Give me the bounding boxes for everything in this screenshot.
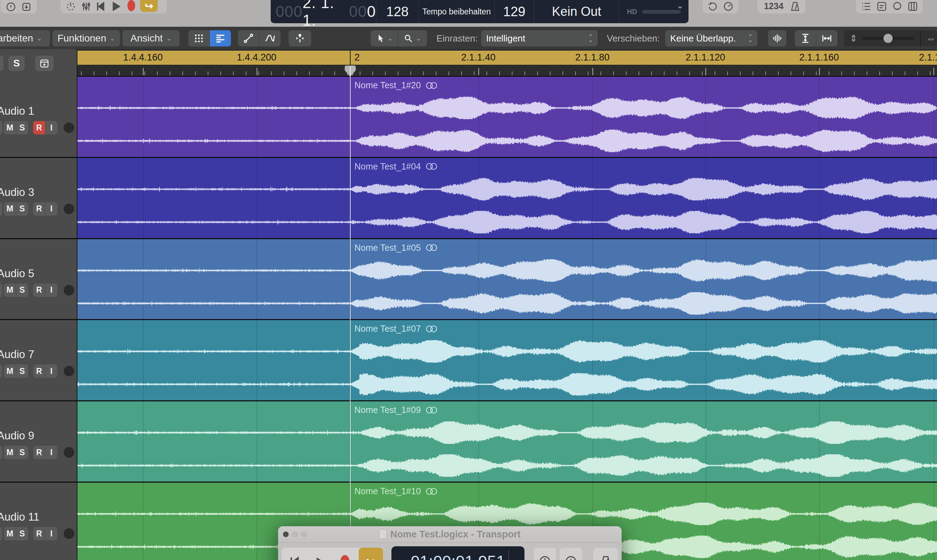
solo-button[interactable]: S bbox=[16, 365, 28, 378]
track-partial-button[interactable] bbox=[0, 365, 2, 378]
mute-button[interactable]: M bbox=[4, 365, 16, 378]
solo-button[interactable]: S bbox=[16, 283, 28, 297]
lcd-tempo-mode[interactable]: Tempo beibehalten bbox=[419, 0, 495, 23]
horizontal-zoom-slider[interactable]: ⇔ bbox=[921, 30, 937, 46]
audio-region[interactable]: Nome Test_1#05 bbox=[77, 239, 937, 319]
play-icon[interactable] bbox=[111, 1, 121, 11]
menu-bearbeiten[interactable]: arbeiten⌄ bbox=[0, 30, 50, 46]
record-enable-button[interactable]: R bbox=[33, 446, 45, 459]
list-view-button[interactable] bbox=[210, 30, 231, 46]
record-enable-button[interactable]: R bbox=[33, 202, 45, 215]
inspector-icon[interactable] bbox=[21, 1, 32, 11]
transport-window-titlebar[interactable]: Nome Test.logicx - Transport bbox=[278, 526, 622, 543]
split-tool-button[interactable] bbox=[289, 30, 311, 46]
mute-button[interactable]: M bbox=[4, 446, 16, 459]
input-monitor-button[interactable]: I bbox=[45, 446, 57, 459]
ruler-ticks[interactable] bbox=[77, 65, 937, 77]
grid-view-button[interactable] bbox=[188, 30, 210, 46]
metronome-icon[interactable] bbox=[790, 1, 800, 11]
tempo-clock-button[interactable] bbox=[533, 548, 556, 560]
audio-region[interactable]: Nome Test_1#09 bbox=[77, 402, 937, 482]
lcd-tempo-target[interactable]: 129 bbox=[495, 0, 534, 23]
transport-time-display[interactable]: 01:00:01,951 bbox=[391, 546, 524, 560]
audio-region[interactable]: Nome Test_1#04 bbox=[77, 158, 937, 238]
track-header[interactable]: Audio 5 M S R I bbox=[0, 239, 77, 319]
corner-partial-button[interactable] bbox=[0, 55, 3, 71]
cycle-band[interactable]: 1.4.4.1601.4.4.20022.1.1.402.1.1.802.1.1… bbox=[77, 51, 937, 65]
flex-button[interactable] bbox=[259, 30, 280, 46]
playhead[interactable] bbox=[350, 66, 351, 560]
track-partial-button[interactable] bbox=[0, 283, 2, 297]
track-header[interactable]: Audio 7 M S R I bbox=[0, 320, 77, 400]
note-pads-icon[interactable] bbox=[877, 1, 887, 11]
playhead-handle[interactable] bbox=[345, 65, 356, 77]
input-monitor-button[interactable]: I bbox=[45, 365, 57, 378]
mute-button[interactable]: M bbox=[4, 283, 16, 297]
slider-track[interactable] bbox=[861, 37, 914, 40]
audio-region[interactable]: Nome Test_1#07 bbox=[77, 320, 937, 400]
record-icon[interactable] bbox=[332, 555, 358, 560]
record-enable-button[interactable]: R bbox=[33, 365, 45, 378]
quick-help-icon[interactable] bbox=[6, 1, 16, 11]
zoom-tool-button[interactable]: ⌄ bbox=[398, 30, 427, 46]
solo-lock-button[interactable]: S bbox=[8, 55, 25, 71]
gauge-icon[interactable] bbox=[723, 1, 734, 11]
cycle-button[interactable]: ↪ bbox=[140, 0, 158, 12]
chevron-down-icon: ⌄ bbox=[110, 34, 115, 42]
record-icon[interactable] bbox=[126, 1, 137, 11]
input-monitor-button[interactable]: I bbox=[45, 527, 57, 540]
slider-knob[interactable] bbox=[883, 34, 893, 43]
transport-float-window[interactable]: Nome Test.logicx - Transport ↪ 01:00:01,… bbox=[278, 526, 622, 560]
replay-icon[interactable] bbox=[707, 1, 718, 11]
solo-button[interactable]: S bbox=[16, 202, 28, 215]
track-header[interactable]: Audio 11 M S R I bbox=[0, 483, 77, 560]
tuner-icon[interactable] bbox=[65, 1, 76, 11]
cycle-button[interactable]: ↪ bbox=[359, 548, 383, 560]
loop-browser-icon[interactable] bbox=[892, 1, 903, 11]
automation-button[interactable] bbox=[238, 30, 259, 46]
count-in-icon[interactable]: 1234 bbox=[763, 1, 785, 11]
track-partial-button[interactable] bbox=[0, 202, 2, 215]
track-partial-button[interactable] bbox=[0, 527, 2, 540]
lcd-tempo[interactable]: 128 bbox=[376, 0, 419, 23]
vertical-zoom-slider[interactable]: ⇕ bbox=[844, 30, 921, 46]
track-partial-button[interactable] bbox=[0, 121, 2, 134]
input-monitor-button[interactable]: I bbox=[45, 283, 57, 297]
input-monitor-button[interactable]: I bbox=[45, 121, 57, 134]
play-icon[interactable] bbox=[307, 555, 332, 560]
menu-ansicht[interactable]: Ansicht⌄ bbox=[122, 30, 180, 46]
horizontal-auto-zoom-button[interactable] bbox=[816, 30, 837, 46]
input-monitor-button[interactable]: I bbox=[45, 202, 57, 215]
solo-button[interactable]: S bbox=[16, 527, 28, 540]
lcd-position[interactable]: 0002. 1. 1. 000 bbox=[271, 0, 376, 23]
lcd-chevron-icon[interactable]: ⌄ bbox=[677, 1, 684, 11]
track-header[interactable]: Audio 3 M S R I bbox=[0, 158, 77, 238]
track-header[interactable]: Audio 1 M S R I bbox=[0, 77, 77, 157]
lcd-midi-out[interactable]: Kein Out bbox=[534, 0, 619, 23]
go-to-beginning-icon[interactable] bbox=[95, 1, 106, 11]
record-enable-button[interactable]: R bbox=[33, 283, 45, 297]
record-enable-button[interactable]: R bbox=[33, 121, 45, 134]
solo-button[interactable]: S bbox=[16, 121, 28, 134]
media-browser-icon[interactable] bbox=[908, 1, 918, 11]
vertical-auto-zoom-button[interactable] bbox=[795, 30, 816, 46]
waveform-zoom-button[interactable] bbox=[768, 30, 786, 46]
solo-button[interactable]: S bbox=[16, 446, 28, 459]
drag-dropdown[interactable]: Keine Überlapp. ⌃⌄ bbox=[665, 30, 757, 46]
sync-clock-button[interactable] bbox=[559, 548, 582, 560]
go-to-beginning-icon[interactable] bbox=[282, 555, 307, 560]
lcd-display[interactable]: 0002. 1. 1. 000 128 Tempo beibehalten 12… bbox=[271, 0, 689, 23]
snap-dropdown[interactable]: Intelligent ⌃⌄ bbox=[481, 30, 598, 46]
metronome-button[interactable] bbox=[593, 548, 618, 560]
track-header[interactable]: Audio 9 M S R I bbox=[0, 402, 77, 482]
list-editors-icon[interactable] bbox=[861, 1, 872, 11]
audio-region[interactable]: Nome Test_1#20 bbox=[77, 77, 937, 157]
mute-button[interactable]: M bbox=[4, 121, 16, 134]
track-partial-button[interactable] bbox=[0, 446, 2, 459]
menu-funktionen[interactable]: Funktionen⌄ bbox=[52, 30, 120, 46]
mute-button[interactable]: M bbox=[4, 202, 16, 215]
pointer-tool-button[interactable]: ⌄ bbox=[371, 30, 398, 46]
mute-button[interactable]: M bbox=[4, 527, 16, 540]
track-zoom-button[interactable] bbox=[35, 55, 54, 71]
record-enable-button[interactable]: R bbox=[33, 527, 45, 540]
